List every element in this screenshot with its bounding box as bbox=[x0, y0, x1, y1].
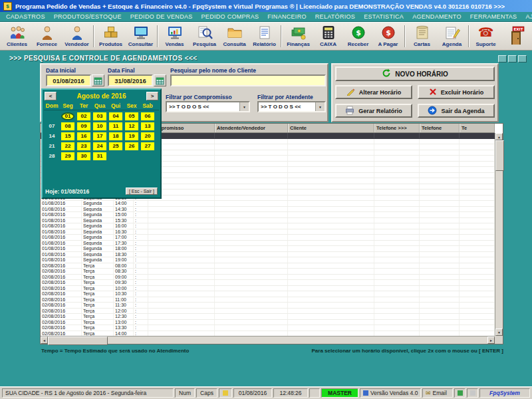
toolbar-vendedor[interactable]: Vendedor bbox=[62, 23, 92, 49]
toolbar-clientes[interactable]: Clientes bbox=[2, 23, 32, 49]
calendar-day-10[interactable]: 10 bbox=[93, 122, 106, 130]
menu-item-relat-rios[interactable]: RELATÓRIOS bbox=[315, 13, 355, 20]
mini-control-button-1[interactable] bbox=[498, 55, 507, 63]
schedule-row[interactable]: 01/08/2016Segunda16:00: bbox=[41, 223, 495, 229]
toolbar-pesquisa[interactable]: Pesquisa bbox=[190, 23, 219, 49]
calendar-day-17[interactable]: 17 bbox=[93, 132, 106, 140]
scroll-up-icon[interactable]: ▲ bbox=[495, 133, 503, 140]
menu-item-ferramentas[interactable]: FERRAMENTAS bbox=[470, 13, 517, 20]
novo-horario-button[interactable]: NOVO HORÁRIO bbox=[335, 66, 495, 81]
menu-item-ajuda[interactable]: AJUDA bbox=[525, 13, 532, 20]
mini-control-button-3[interactable] bbox=[518, 55, 527, 63]
calendar-day-22[interactable]: 22 bbox=[61, 142, 74, 150]
schedule-row[interactable]: 02/08/2016Terça09:30: bbox=[41, 280, 495, 286]
calendar-day-18[interactable]: 18 bbox=[109, 132, 122, 140]
calendar-day-06[interactable]: 06 bbox=[141, 112, 154, 120]
calendar-day-08[interactable]: 08 bbox=[61, 122, 74, 130]
calendar-day-28[interactable]: 28 bbox=[45, 152, 59, 160]
calendar-day-13[interactable]: 13 bbox=[141, 122, 154, 130]
schedule-row[interactable]: 02/08/2016Terça12:00: bbox=[41, 309, 495, 315]
menu-item-cadastros[interactable]: CADASTROS bbox=[6, 13, 45, 20]
schedule-row[interactable]: 01/08/2016Segunda18:30: bbox=[41, 252, 495, 258]
toolbar-suporte[interactable]: ☎ Suporte bbox=[471, 23, 501, 49]
toolbar-consultar[interactable]: Consultar bbox=[126, 23, 156, 49]
toolbar-consulta[interactable]: Consulta bbox=[219, 23, 249, 49]
calendar-day-26[interactable]: 26 bbox=[125, 142, 138, 150]
chevron-down-icon[interactable]: ▼ bbox=[315, 102, 325, 111]
schedule-row[interactable]: 02/08/2016Terça13:30: bbox=[41, 325, 495, 331]
schedule-row[interactable]: 02/08/2016Terça11:00: bbox=[41, 297, 495, 303]
vertical-scroll-thumb[interactable] bbox=[495, 140, 504, 171]
schedule-row[interactable]: 01/08/2016Segunda14:30: bbox=[41, 207, 495, 213]
scroll-left-icon[interactable]: ◄ bbox=[41, 336, 48, 344]
calendar-day-21[interactable]: 21 bbox=[45, 142, 59, 150]
calendar-day-14[interactable]: 14 bbox=[45, 132, 59, 140]
calendar-day-12[interactable]: 12 bbox=[125, 122, 138, 130]
column-header-telefone[interactable]: Telefone >>> bbox=[374, 124, 420, 132]
calendar-day-23[interactable]: 23 bbox=[77, 142, 90, 150]
filter-atendente-select[interactable]: >> T O D O S << ▼ bbox=[257, 101, 326, 112]
client-search-input[interactable] bbox=[170, 74, 326, 86]
column-header-telefone[interactable]: Telefone bbox=[420, 124, 460, 132]
schedule-row[interactable]: 02/08/2016Terça14:00: bbox=[41, 331, 495, 336]
schedule-row[interactable]: 01/08/2016Segunda16:30: bbox=[41, 229, 495, 235]
toolbar-produtos[interactable]: Produtos bbox=[96, 23, 126, 49]
schedule-row[interactable]: 01/08/2016Segunda17:30: bbox=[41, 241, 495, 247]
calendar-day-30[interactable]: 30 bbox=[77, 152, 90, 160]
calendar-day-11[interactable]: 11 bbox=[109, 122, 122, 130]
calendar-day-07[interactable]: 07 bbox=[45, 122, 59, 130]
calendar-day-03[interactable]: 03 bbox=[93, 112, 106, 120]
schedule-row[interactable]: 02/08/2016Terça10:00: bbox=[41, 286, 495, 292]
menu-item-produtos-estoque[interactable]: PRODUTOS/ESTOQUE bbox=[54, 13, 122, 20]
schedule-row[interactable]: 02/08/2016Terça11:30: bbox=[41, 303, 495, 309]
calendar-day-25[interactable]: 25 bbox=[109, 142, 122, 150]
vertical-scroll-track[interactable] bbox=[495, 171, 503, 329]
schedule-row[interactable]: 01/08/2016Segunda17:00: bbox=[41, 235, 495, 241]
calendar-day-27[interactable]: 27 bbox=[141, 142, 154, 150]
mini-control-button-2[interactable] bbox=[508, 55, 517, 63]
toolbar-receber[interactable]: $ Receber bbox=[343, 23, 373, 49]
column-header-atendente-vendedor[interactable]: Atendente/Vendedor bbox=[215, 124, 288, 132]
filter-compromisso-select[interactable]: >> T O D O S << ▼ bbox=[166, 101, 250, 112]
calendar-day-20[interactable]: 20 bbox=[141, 132, 154, 140]
calendar-day-19[interactable]: 19 bbox=[125, 132, 138, 140]
scroll-down-icon[interactable]: ▼ bbox=[495, 329, 503, 336]
toolbar-agenda[interactable]: Agenda bbox=[437, 23, 467, 49]
calendar-day-24[interactable]: 24 bbox=[93, 142, 106, 150]
status-email-button[interactable]: ✉Email bbox=[422, 388, 453, 398]
toolbar-cartas[interactable]: Cartas bbox=[407, 23, 437, 49]
calendar-day-15[interactable]: 15 bbox=[61, 132, 74, 140]
schedule-row[interactable]: 02/08/2016Terça13:00: bbox=[41, 320, 495, 326]
calendar-day-02[interactable]: 02 bbox=[77, 112, 90, 120]
schedule-row[interactable]: 02/08/2016Terça10:30: bbox=[41, 291, 495, 297]
toolbar-vendas[interactable]: Vendas bbox=[160, 23, 190, 49]
schedule-row[interactable]: 01/08/2016Segunda18:00: bbox=[41, 246, 495, 252]
excluir-horario-button[interactable]: Excluir Horário bbox=[418, 85, 495, 99]
menu-item-pedido-de-vendas[interactable]: PEDIDO DE VENDAS bbox=[130, 13, 193, 20]
calendar-day-05[interactable]: 05 bbox=[125, 112, 138, 120]
alterar-horario-button[interactable]: Alterar Horário bbox=[335, 85, 412, 99]
toolbar-financas[interactable]: Finanças bbox=[283, 23, 313, 49]
toolbar-a-pagar[interactable]: $ A Pagar bbox=[373, 23, 403, 49]
data-final-input[interactable]: 31/08/2016 bbox=[108, 74, 153, 86]
calendar-esc-button[interactable]: [ Esc - Sair ] bbox=[126, 188, 158, 195]
menu-item-agendamento[interactable]: AGENDAMENTO bbox=[412, 13, 462, 20]
column-header-te[interactable]: Te bbox=[460, 124, 495, 132]
sair-agenda-button[interactable]: Sair da Agenda bbox=[418, 104, 495, 118]
scroll-right-icon[interactable]: ► bbox=[487, 336, 495, 344]
toolbar-exit[interactable]: EXIT bbox=[503, 23, 530, 49]
schedule-row[interactable]: 01/08/2016Segunda15:30: bbox=[41, 218, 495, 224]
chevron-down-icon[interactable]: ▼ bbox=[239, 102, 249, 111]
schedule-row[interactable]: 02/08/2016Terça12:30: bbox=[41, 314, 495, 320]
horizontal-scrollbar[interactable]: ◄ ► bbox=[41, 336, 495, 344]
schedule-row[interactable]: 01/08/2016Segunda19:00: bbox=[41, 257, 495, 263]
column-header-cliente[interactable]: Cliente bbox=[288, 124, 374, 132]
calendar-day-16[interactable]: 16 bbox=[77, 132, 90, 140]
data-inicial-calendar-button[interactable] bbox=[92, 74, 104, 86]
calendar-day-04[interactable]: 04 bbox=[109, 112, 122, 120]
menu-item-pedido-compras[interactable]: PEDIDO COMPRAS bbox=[201, 13, 259, 20]
horizontal-scroll-thumb[interactable] bbox=[48, 336, 108, 345]
calendar-day-01[interactable]: 01 bbox=[61, 112, 74, 120]
calendar-day-29[interactable]: 29 bbox=[61, 152, 74, 160]
toolbar-relatorio[interactable]: Relatório bbox=[249, 23, 279, 49]
